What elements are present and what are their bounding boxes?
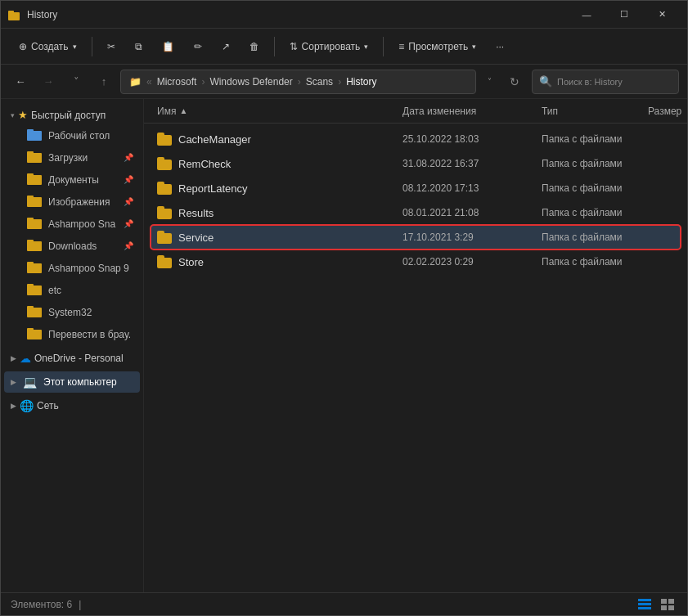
- view-controls: [635, 596, 677, 613]
- paste-button[interactable]: 📋: [154, 37, 182, 56]
- window-icon: [7, 8, 20, 21]
- folder-icon-0: [157, 133, 172, 146]
- type-header-label: Тип: [542, 106, 558, 117]
- delete-button[interactable]: 🗑: [241, 37, 268, 56]
- view-button[interactable]: ≡ Просмотреть ▾: [390, 37, 484, 56]
- detail-view-button[interactable]: [658, 596, 677, 613]
- path-windows-defender[interactable]: Windows Defender: [209, 76, 292, 88]
- view-label: Просмотреть: [408, 41, 468, 52]
- file-name-cell-2: ReportLatency: [157, 182, 402, 195]
- computer-icon: 💻: [23, 375, 37, 389]
- column-size-header[interactable]: Размер: [648, 106, 681, 117]
- svg-rect-1: [8, 11, 14, 14]
- ashampoo9-label: Ashampoo Snap 9: [48, 263, 129, 274]
- pin-icon-images: 📌: [124, 197, 133, 206]
- file-row-5[interactable]: Store 02.02.2023 0:29 Папка с файлами: [151, 250, 681, 274]
- date-header-label: Дата изменения: [402, 106, 476, 117]
- create-label: Создать: [31, 41, 69, 52]
- recent-button[interactable]: ˅: [65, 70, 88, 93]
- downloads2-folder-icon: [27, 238, 42, 254]
- create-button[interactable]: ⊕ Создать ▾: [11, 37, 85, 56]
- network-icon: 🌐: [20, 399, 34, 412]
- file-name-0: CacheManager: [178, 133, 251, 146]
- onedrive-section: ▶ ☁ OneDrive - Personal: [1, 348, 143, 368]
- sort-dropdown-icon: ▾: [364, 43, 368, 51]
- file-list: CacheManager 25.10.2022 18:03 Папка с фа…: [144, 124, 687, 592]
- file-name-cell-3: Results: [157, 206, 402, 219]
- sidebar-item-etc[interactable]: etc: [4, 279, 140, 301]
- list-view-button[interactable]: [635, 596, 654, 613]
- more-button[interactable]: ···: [488, 37, 512, 56]
- search-box[interactable]: 🔍 Поиск в: History: [532, 70, 679, 94]
- refresh-button[interactable]: ↻: [502, 70, 527, 94]
- address-path[interactable]: 📁 « Microsoft › Windows Defender › Scans…: [120, 70, 476, 94]
- sidebar-item-system32[interactable]: System32: [4, 301, 140, 323]
- up-button[interactable]: ↑: [92, 70, 115, 93]
- file-name-4: Service: [178, 232, 214, 244]
- status-bar: Элементов: 6 |: [1, 592, 687, 615]
- network-header[interactable]: ▶ 🌐 Сеть: [4, 396, 140, 416]
- sidebar-item-browser[interactable]: Перевести в брау.: [4, 323, 140, 345]
- back-button[interactable]: ←: [9, 70, 32, 93]
- copy-button[interactable]: ⧉: [127, 37, 151, 56]
- sidebar-item-ashampoo9[interactable]: Ashampoo Snap 9: [4, 257, 140, 279]
- sidebar-item-downloads2[interactable]: Downloads 📌: [4, 235, 140, 257]
- close-button[interactable]: ✕: [643, 1, 681, 29]
- cut-button[interactable]: ✂: [99, 37, 124, 56]
- onedrive-icon: ☁: [20, 352, 31, 365]
- sort-button[interactable]: ⇅ Сортировать ▾: [281, 37, 377, 56]
- sidebar-item-ashampoo-sna[interactable]: Ashampoo Sna 📌: [4, 213, 140, 235]
- sidebar-item-desktop[interactable]: Рабочий стол: [4, 124, 140, 146]
- desktop-folder-icon: [27, 128, 42, 143]
- ashampoo-sna-icon: [27, 216, 42, 232]
- file-row-3[interactable]: Results 08.01.2021 21:08 Папка с файлами: [151, 200, 681, 225]
- file-row-1[interactable]: RemCheck 31.08.2022 16:37 Папка с файлам…: [151, 151, 681, 176]
- file-date-3: 08.01.2021 21:08: [402, 207, 542, 218]
- sidebar-item-documents[interactable]: Документы 📌: [4, 169, 140, 191]
- onedrive-header[interactable]: ▶ ☁ OneDrive - Personal: [4, 348, 140, 368]
- chevron-right-icon-pc: ▶: [11, 378, 16, 386]
- path-scans[interactable]: Scans: [306, 76, 333, 88]
- separator-3: [383, 37, 384, 56]
- folder-icon-4: [157, 231, 172, 244]
- svg-rect-15: [27, 262, 34, 265]
- file-row-4[interactable]: Service 17.10.2021 3:29 Папка с файлами: [151, 225, 681, 250]
- this-pc-section: ▶ 💻 Этот компьютер: [1, 371, 143, 393]
- minimize-button[interactable]: —: [568, 1, 605, 29]
- forward-button[interactable]: →: [37, 70, 60, 93]
- column-name-header[interactable]: Имя ▲: [157, 106, 402, 117]
- column-date-header[interactable]: Дата изменения: [402, 106, 542, 117]
- sidebar-item-downloads[interactable]: Загрузки 📌: [4, 146, 140, 169]
- file-type-1: Папка с файлами: [542, 158, 648, 169]
- column-type-header[interactable]: Тип: [542, 106, 648, 117]
- sidebar-item-this-pc[interactable]: ▶ 💻 Этот компьютер: [4, 371, 140, 393]
- images-folder-icon: [27, 194, 42, 209]
- quick-access-label: Быстрый доступ: [31, 110, 106, 121]
- rename-button[interactable]: ✏: [186, 37, 210, 56]
- file-type-3: Папка с файлами: [542, 207, 648, 218]
- system32-label: System32: [48, 307, 92, 318]
- file-row-0[interactable]: CacheManager 25.10.2022 18:03 Папка с фа…: [151, 127, 681, 151]
- sidebar-item-images[interactable]: Изображения 📌: [4, 191, 140, 213]
- rename-icon: ✏: [194, 41, 202, 52]
- etc-icon: [27, 282, 42, 298]
- path-history[interactable]: History: [346, 76, 376, 88]
- share-button[interactable]: ↗: [214, 37, 238, 56]
- svg-rect-3: [27, 129, 34, 133]
- network-label: Сеть: [37, 400, 59, 411]
- status-separator: |: [79, 599, 81, 610]
- maximize-button[interactable]: ☐: [605, 1, 643, 29]
- column-headers: Имя ▲ Дата изменения Тип Размер: [144, 99, 687, 124]
- folder-icon-2: [157, 182, 172, 195]
- sort-icon: ⇅: [290, 41, 298, 52]
- path-dropdown-icon[interactable]: ˅: [481, 70, 497, 94]
- address-bar: ← → ˅ ↑ 📁 « Microsoft › Windows Defender…: [1, 65, 687, 99]
- file-row-2[interactable]: ReportLatency 08.12.2020 17:13 Папка с ф…: [151, 176, 681, 200]
- svg-rect-7: [27, 173, 34, 177]
- path-microsoft[interactable]: Microsoft: [157, 76, 197, 88]
- etc-label: etc: [48, 285, 61, 296]
- window-controls: — ☐ ✕: [568, 1, 681, 29]
- svg-rect-28: [668, 605, 674, 610]
- quick-access-header[interactable]: ▾ ★ Быстрый доступ: [4, 106, 140, 124]
- downloads-label: Загрузки: [48, 152, 88, 164]
